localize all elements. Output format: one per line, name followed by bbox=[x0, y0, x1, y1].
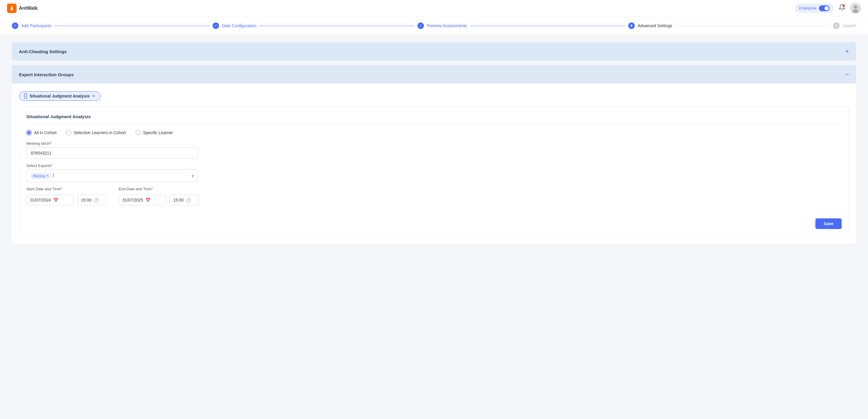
save-button[interactable]: Save bbox=[815, 218, 842, 229]
radio-specific-learner[interactable]: Specific Learner bbox=[135, 130, 173, 135]
radio-label-all: All in Cohort bbox=[34, 130, 57, 135]
anti-cheating-header[interactable]: Anti-Cheating Settings + bbox=[12, 42, 856, 61]
step-advanced-settings[interactable]: 4 Advanced Settings bbox=[628, 23, 672, 29]
step-num-5: 5 bbox=[833, 23, 840, 29]
step-check-1: ✓ bbox=[12, 23, 18, 29]
radio-selective-learners[interactable]: Selective Learners in Cohort bbox=[66, 130, 126, 135]
meeting-id-group: Meeting Id/Url* bbox=[26, 141, 842, 159]
step-check-3: ✓ bbox=[417, 23, 424, 29]
start-date-label: Start Date and Time* bbox=[26, 187, 107, 191]
avatar[interactable] bbox=[850, 3, 861, 13]
anti-cheating-title: Anti-Cheating Settings bbox=[19, 49, 67, 54]
svg-point-4 bbox=[852, 9, 859, 13]
step-divider-4 bbox=[675, 26, 830, 26]
calendar-icon-start: 📅 bbox=[53, 198, 58, 202]
text-cursor bbox=[53, 173, 54, 178]
start-time-value: 15:00 bbox=[81, 198, 91, 202]
group-card-title: Situational Judgment Analysis bbox=[26, 114, 842, 124]
logo-icon bbox=[7, 4, 17, 13]
drag-handle-icon bbox=[24, 93, 27, 99]
step-divider-2 bbox=[259, 26, 414, 26]
anti-cheating-accordion: Anti-Cheating Settings + bbox=[12, 42, 856, 61]
clock-icon-end: 🕐 bbox=[186, 198, 191, 202]
step-label-5: Launch bbox=[843, 23, 856, 28]
group-tab[interactable]: Situational Judgment Analysis ✏ bbox=[19, 91, 100, 101]
select-tags: Rezina × bbox=[30, 173, 192, 179]
save-row: Save bbox=[26, 213, 842, 229]
step-label-4: Advanced Settings bbox=[638, 23, 672, 28]
start-date-value: 01/07/2024 bbox=[30, 198, 51, 202]
meeting-id-label: Meeting Id/Url* bbox=[26, 141, 842, 146]
clock-icon-start: 🕐 bbox=[94, 198, 99, 202]
step-label-3: Preview Assessments bbox=[427, 23, 467, 28]
start-date-input[interactable]: 01/07/2024 📅 bbox=[26, 195, 73, 205]
header: AntWalk Enterprise bbox=[0, 0, 868, 17]
radio-circle-all bbox=[26, 130, 32, 135]
tag-remove-icon[interactable]: × bbox=[46, 174, 49, 178]
edit-icon[interactable]: ✏ bbox=[92, 94, 95, 98]
end-date-group: End Date and Time* 31/07/2025 📅 15:00 🕐 bbox=[119, 187, 199, 205]
svg-point-1 bbox=[843, 4, 845, 7]
end-date-value: 31/07/2025 bbox=[122, 198, 143, 202]
radio-all-in-cohort[interactable]: All in Cohort bbox=[26, 130, 57, 135]
end-date-inputs: 31/07/2025 📅 15:00 🕐 bbox=[119, 195, 199, 205]
end-time-input[interactable]: 15:00 🕐 bbox=[169, 195, 199, 205]
step-label-2: Date Configuration bbox=[222, 23, 257, 28]
expert-interaction-accordion: Expert Interaction Groups − Situational … bbox=[12, 65, 856, 244]
expert-interaction-title: Expert Interaction Groups bbox=[19, 72, 73, 77]
radio-circle-selective bbox=[66, 130, 71, 135]
expert-interaction-body: Situational Judgment Analysis ✏ Situatio… bbox=[12, 84, 856, 244]
stepper: ✓ Add Participants ✓ Date Configuration … bbox=[0, 17, 868, 35]
bell-icon[interactable] bbox=[838, 4, 845, 12]
step-check-2: ✓ bbox=[213, 23, 219, 29]
step-divider-1 bbox=[54, 26, 210, 26]
header-right: Enterprise bbox=[795, 3, 861, 13]
enterprise-toggle-switch[interactable] bbox=[819, 5, 830, 11]
enterprise-toggle[interactable]: Enterprise bbox=[795, 4, 834, 13]
step-launch[interactable]: 5 Launch bbox=[833, 23, 856, 29]
end-time-value: 15:00 bbox=[173, 198, 184, 202]
end-date-label: End Date and Time* bbox=[119, 187, 199, 191]
step-add-participants[interactable]: ✓ Add Participants bbox=[12, 23, 52, 29]
start-date-inputs: 01/07/2024 📅 15:00 🕐 bbox=[26, 195, 107, 205]
start-date-group: Start Date and Time* 01/07/2024 📅 15:00 … bbox=[26, 187, 107, 205]
main-content: Anti-Cheating Settings + Expert Interact… bbox=[0, 35, 868, 255]
step-num-4: 4 bbox=[628, 23, 635, 29]
radio-group: All in Cohort Selective Learners in Coho… bbox=[26, 130, 842, 135]
start-time-input[interactable]: 15:00 🕐 bbox=[77, 195, 107, 205]
expert-interaction-collapse-icon[interactable]: − bbox=[845, 71, 849, 78]
select-experts-box[interactable]: Rezina × ▾ bbox=[26, 170, 198, 182]
expert-tag-rezina: Rezina × bbox=[30, 173, 52, 179]
radio-label-specific: Specific Learner bbox=[143, 130, 173, 135]
radio-circle-specific bbox=[135, 130, 141, 135]
calendar-icon-end: 📅 bbox=[146, 198, 151, 202]
end-date-input[interactable]: 31/07/2025 📅 bbox=[119, 195, 166, 205]
group-tab-label: Situational Judgment Analysis bbox=[30, 94, 90, 98]
svg-point-3 bbox=[854, 5, 857, 9]
select-experts-label: Select Experts* bbox=[26, 163, 842, 168]
step-label-1: Add Participants bbox=[21, 23, 52, 28]
step-divider-3 bbox=[470, 26, 625, 26]
date-row: Start Date and Time* 01/07/2024 📅 15:00 … bbox=[26, 187, 842, 205]
logo-text: AntWalk bbox=[19, 6, 37, 11]
select-arrow-icon: ▾ bbox=[192, 173, 194, 179]
radio-label-selective: Selective Learners in Cohort bbox=[73, 130, 126, 135]
meeting-id-input[interactable] bbox=[26, 148, 198, 159]
expert-interaction-header[interactable]: Expert Interaction Groups − bbox=[12, 65, 856, 84]
step-preview[interactable]: ✓ Preview Assessments bbox=[417, 23, 467, 29]
logo: AntWalk bbox=[7, 4, 37, 13]
tag-label: Rezina bbox=[33, 174, 45, 178]
step-date-config[interactable]: ✓ Date Configuration bbox=[213, 23, 257, 29]
group-card: Situational Judgment Analysis All in Coh… bbox=[19, 107, 849, 236]
anti-cheating-expand-icon[interactable]: + bbox=[845, 47, 849, 55]
select-experts-group: Select Experts* Rezina × ▾ bbox=[26, 163, 842, 182]
svg-point-0 bbox=[11, 8, 13, 10]
enterprise-label: Enterprise bbox=[799, 6, 816, 10]
